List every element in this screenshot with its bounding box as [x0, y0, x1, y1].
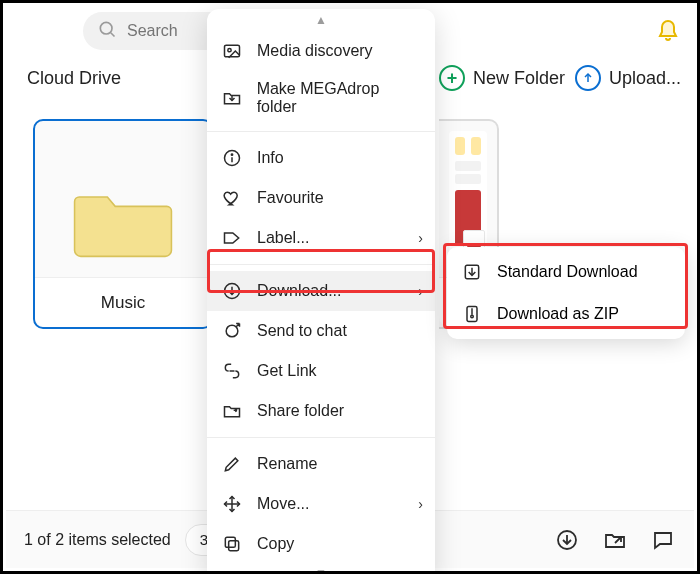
menu-download[interactable]: Download... ›	[207, 271, 435, 311]
submenu-standard-download[interactable]: Standard Download	[447, 251, 685, 293]
svg-rect-13	[229, 541, 239, 551]
transfers-download-icon[interactable]	[554, 527, 580, 553]
menu-copy[interactable]: Copy	[207, 524, 435, 564]
breadcrumb[interactable]: Cloud Drive	[27, 68, 121, 89]
menu-separator	[207, 437, 435, 438]
menu-label-item[interactable]: Label... ›	[207, 218, 435, 258]
download-icon	[461, 261, 483, 283]
new-folder-button[interactable]: + New Folder	[439, 65, 565, 91]
svg-line-1	[111, 33, 115, 37]
svg-line-22	[615, 537, 621, 543]
folder-icon	[73, 182, 173, 266]
chevron-right-icon: ›	[418, 496, 423, 512]
svg-point-7	[231, 154, 232, 155]
menu-send-to-chat[interactable]: Send to chat	[207, 311, 435, 351]
menu-info[interactable]: Info	[207, 138, 435, 178]
menu-separator	[207, 131, 435, 132]
menu-label: Rename	[257, 455, 317, 473]
selection-count: 1 of 2 items selected	[24, 531, 171, 549]
chevron-right-icon: ›	[418, 283, 423, 299]
menu-media-discovery[interactable]: Media discovery	[207, 31, 435, 71]
image-icon	[221, 40, 243, 62]
chevron-right-icon: ›	[418, 230, 423, 246]
menu-separator	[207, 264, 435, 265]
menu-label: Favourite	[257, 189, 324, 207]
copy-icon	[221, 533, 243, 555]
chat-icon[interactable]	[650, 527, 676, 553]
menu-label: Info	[257, 149, 284, 167]
share-folder-icon	[221, 400, 243, 422]
menu-share-folder[interactable]: Share folder	[207, 391, 435, 431]
submenu-label: Download as ZIP	[497, 305, 619, 323]
menu-label: Media discovery	[257, 42, 373, 60]
chat-send-icon	[221, 320, 243, 342]
open-folder-icon[interactable]	[602, 527, 628, 553]
context-menu: ▲ Media discovery Make MEGAdrop folder I…	[207, 9, 435, 574]
svg-point-10	[226, 325, 238, 337]
search-icon	[97, 19, 117, 43]
menu-scroll-down[interactable]: ▼	[207, 564, 435, 574]
upload-icon	[575, 65, 601, 91]
menu-label: Make MEGAdrop folder	[257, 80, 421, 116]
zip-icon	[461, 303, 483, 325]
new-folder-label: New Folder	[473, 68, 565, 89]
menu-get-link[interactable]: Get Link	[207, 351, 435, 391]
plus-icon: +	[439, 65, 465, 91]
heart-icon	[221, 187, 243, 209]
menu-label: Share folder	[257, 402, 344, 420]
svg-point-0	[100, 22, 112, 34]
submenu-download-zip[interactable]: Download as ZIP	[447, 293, 685, 335]
pencil-icon	[221, 453, 243, 475]
menu-rename[interactable]: Rename	[207, 444, 435, 484]
menu-label: Move...	[257, 495, 309, 513]
svg-point-4	[228, 49, 231, 52]
upload-label: Upload...	[609, 68, 681, 89]
menu-label: Download...	[257, 282, 342, 300]
menu-label: Label...	[257, 229, 309, 247]
menu-make-megadrop[interactable]: Make MEGAdrop folder	[207, 71, 435, 125]
menu-label: Send to chat	[257, 322, 347, 340]
tag-icon	[221, 227, 243, 249]
download-icon	[221, 280, 243, 302]
submenu-label: Standard Download	[497, 263, 638, 281]
upload-button[interactable]: Upload...	[575, 65, 681, 91]
info-icon	[221, 147, 243, 169]
folder-tile-music[interactable]: Music	[33, 119, 213, 329]
download-submenu: Standard Download Download as ZIP	[447, 247, 685, 339]
menu-favourite[interactable]: Favourite	[207, 178, 435, 218]
menu-move[interactable]: Move... ›	[207, 484, 435, 524]
tile-label: Music	[35, 277, 211, 327]
menu-scroll-up[interactable]: ▲	[207, 11, 435, 31]
menu-label: Get Link	[257, 362, 317, 380]
link-icon	[221, 360, 243, 382]
notifications-bell-icon[interactable]	[655, 18, 681, 44]
folder-in-icon	[221, 87, 243, 109]
svg-point-19	[471, 315, 474, 318]
move-icon	[221, 493, 243, 515]
svg-rect-14	[225, 537, 235, 547]
menu-label: Copy	[257, 535, 294, 553]
